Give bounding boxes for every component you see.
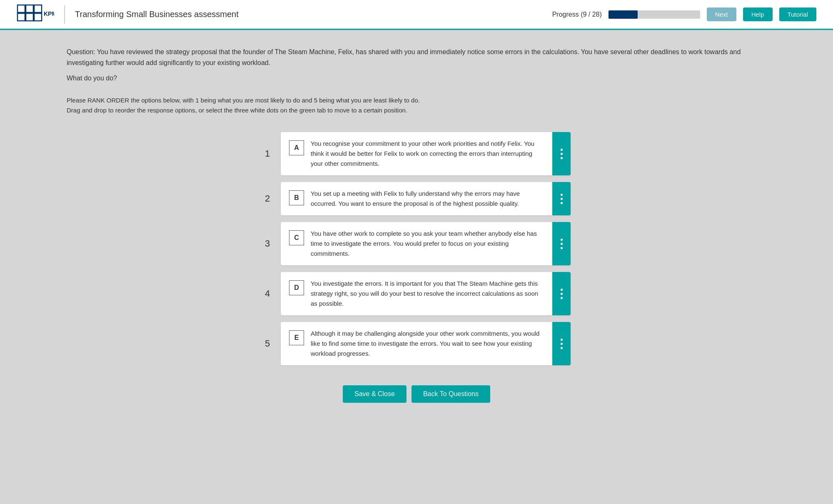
- rank-card[interactable]: A You recognise your commitment to your …: [281, 132, 571, 175]
- three-dots-icon: [561, 289, 563, 299]
- rank-row: 3 C You have other work to complete so y…: [262, 222, 571, 265]
- rank-number: 5: [262, 338, 272, 349]
- header-right: Progress (9 / 28) Next Help Tutorial: [552, 7, 816, 21]
- footer-buttons: Save & Close Back To Questions: [67, 385, 766, 419]
- question-text: Question: You have reviewed the strategy…: [67, 47, 766, 68]
- kpmg-logo: KPMG: [17, 4, 54, 25]
- instructions: Please RANK ORDER the options below, wit…: [67, 95, 766, 115]
- logo-area: KPMG: [17, 4, 54, 25]
- back-to-questions-button[interactable]: Back To Questions: [412, 385, 490, 403]
- instructions-line1: Please RANK ORDER the options below, wit…: [67, 95, 766, 105]
- svg-rect-2: [34, 5, 42, 12]
- rank-row: 4 D You investigate the errors. It is im…: [262, 272, 571, 315]
- rank-letter-box: D: [281, 272, 311, 315]
- assessment-title: Transforming Small Businesses assessment: [75, 10, 239, 19]
- rank-row: 1 A You recognise your commitment to you…: [262, 132, 571, 175]
- instructions-line2: Drag and drop to reorder the response op…: [67, 105, 766, 115]
- rank-row: 5 E Although it may be challenging along…: [262, 322, 571, 365]
- rank-letter: B: [289, 190, 304, 205]
- rank-drag-handle[interactable]: [552, 132, 571, 175]
- progress-bar-container: [609, 10, 700, 19]
- header-divider: [64, 5, 65, 24]
- progress-bar-fill: [609, 10, 638, 19]
- rank-drag-handle[interactable]: [552, 182, 571, 215]
- svg-rect-1: [26, 5, 33, 12]
- progress-label: Progress (9 / 28): [552, 11, 602, 18]
- rank-option-text: You set up a meeting with Felix to fully…: [311, 182, 552, 215]
- svg-rect-4: [26, 13, 33, 21]
- rank-number: 2: [262, 193, 272, 204]
- rank-number: 1: [262, 148, 272, 159]
- rank-row: 2 B You set up a meeting with Felix to f…: [262, 182, 571, 215]
- rank-letter-box: B: [281, 182, 311, 215]
- rank-drag-handle[interactable]: [552, 322, 571, 365]
- rank-option-text: You investigate the errors. It is import…: [311, 272, 552, 315]
- rank-card[interactable]: C You have other work to complete so you…: [281, 222, 571, 265]
- svg-rect-5: [34, 13, 42, 21]
- rank-letter: C: [289, 230, 304, 245]
- help-button[interactable]: Help: [743, 7, 773, 21]
- rank-card[interactable]: E Although it may be challenging alongsi…: [281, 322, 571, 365]
- rank-letter-box: E: [281, 322, 311, 365]
- save-close-button[interactable]: Save & Close: [343, 385, 407, 403]
- rank-list: 1 A You recognise your commitment to you…: [262, 132, 571, 365]
- tutorial-button[interactable]: Tutorial: [779, 7, 816, 21]
- svg-rect-0: [17, 5, 25, 12]
- rank-card[interactable]: B You set up a meeting with Felix to ful…: [281, 182, 571, 215]
- three-dots-icon: [561, 149, 563, 159]
- rank-letter-box: A: [281, 132, 311, 175]
- three-dots-icon: [561, 194, 563, 204]
- next-button[interactable]: Next: [707, 7, 736, 21]
- rank-number: 3: [262, 238, 272, 249]
- rank-option-text: You recognise your commitment to your ot…: [311, 132, 552, 175]
- rank-card[interactable]: D You investigate the errors. It is impo…: [281, 272, 571, 315]
- rank-letter: A: [289, 140, 304, 155]
- svg-text:KPMG: KPMG: [44, 10, 54, 17]
- rank-option-text: Although it may be challenging alongside…: [311, 322, 552, 365]
- rank-number: 4: [262, 288, 272, 299]
- svg-rect-3: [17, 13, 25, 21]
- three-dots-icon: [561, 339, 563, 349]
- three-dots-icon: [561, 239, 563, 249]
- rank-option-text: You have other work to complete so you a…: [311, 222, 552, 265]
- header: KPMG Transforming Small Businesses asses…: [0, 0, 833, 30]
- what-do-text: What do you do?: [67, 75, 766, 82]
- rank-letter: E: [289, 330, 304, 345]
- rank-drag-handle[interactable]: [552, 272, 571, 315]
- rank-letter-box: C: [281, 222, 311, 265]
- main-content: Question: You have reviewed the strategy…: [0, 30, 833, 444]
- rank-drag-handle[interactable]: [552, 222, 571, 265]
- rank-letter: D: [289, 280, 304, 295]
